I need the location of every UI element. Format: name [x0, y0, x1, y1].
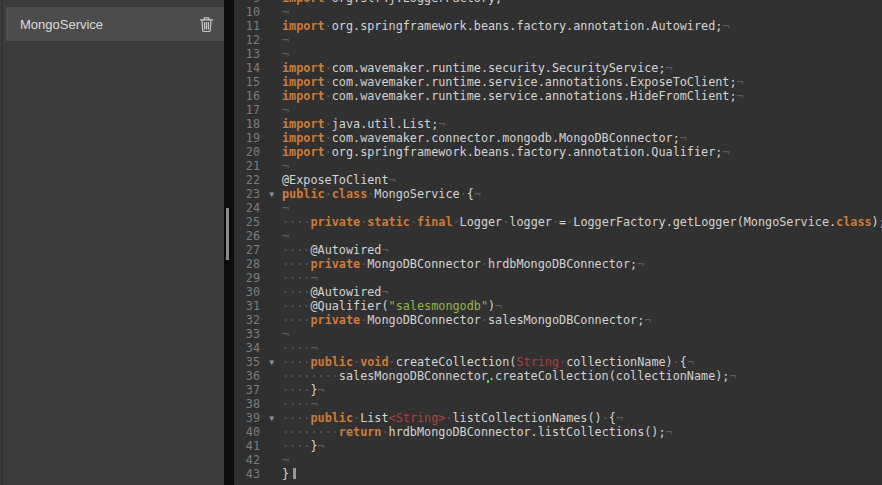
scrollbar-thumb[interactable]: [226, 208, 229, 260]
code-line[interactable]: 32····private·MongoDBConnector·salesMong…: [234, 313, 882, 327]
services-sidebar: MongoService: [0, 0, 224, 485]
line-number: 20: [234, 145, 280, 159]
code-line[interactable]: 34····¬: [234, 341, 882, 355]
code-line[interactable]: 15import·com.wavemaker.runtime.service.a…: [234, 75, 882, 89]
code-text: }: [280, 467, 882, 481]
code-line[interactable]: 40········return·hrdbMongoDBConnector.li…: [234, 425, 882, 439]
code-text: ¬: [280, 5, 882, 19]
code-text: ····}¬: [280, 383, 882, 397]
code-line[interactable]: 29····¬: [234, 271, 882, 285]
code-line[interactable]: 13¬: [234, 47, 882, 61]
line-number: 33: [234, 327, 280, 341]
code-line[interactable]: 22@ExposeToClient¬: [234, 173, 882, 187]
trash-icon[interactable]: [199, 16, 214, 33]
code-editor[interactable]: 9import·org.slf4j.LoggerFactory;¬10¬11im…: [234, 0, 882, 485]
code-lines: 9import·org.slf4j.LoggerFactory;¬10¬11im…: [234, 0, 882, 481]
fold-arrow-icon[interactable]: ▼: [269, 412, 274, 425]
code-text: ········salesMongoDBConnector.createColl…: [280, 369, 882, 383]
fold-arrow-icon[interactable]: ▼: [269, 188, 274, 201]
line-number: 35▼: [234, 355, 280, 369]
line-number: 25: [234, 215, 280, 229]
code-text: ····¬: [280, 397, 882, 411]
line-number: 12: [234, 33, 280, 47]
code-line[interactable]: 33¬: [234, 327, 882, 341]
code-line[interactable]: 18import·java.util.List;¬: [234, 117, 882, 131]
line-number: 43: [234, 467, 280, 481]
eof-marker: [293, 468, 296, 479]
line-number: 27: [234, 243, 280, 257]
code-text: ····private·MongoDBConnector·hrdbMongoDB…: [280, 257, 882, 271]
code-line[interactable]: 25····private·static·final·Logger·logger…: [234, 215, 882, 229]
line-number: 24: [234, 201, 280, 215]
line-number: 21: [234, 159, 280, 173]
code-text: import·com.wavemaker.connector.mongodb.M…: [280, 131, 882, 145]
code-text: ····@Autowired¬: [280, 285, 882, 299]
code-text: ¬: [280, 159, 882, 173]
line-number: 28: [234, 257, 280, 271]
line-number: 22: [234, 173, 280, 187]
sidebar-left-edge: [1, 0, 3, 485]
code-line[interactable]: 16import·com.wavemaker.runtime.service.a…: [234, 89, 882, 103]
line-number: 32: [234, 313, 280, 327]
code-text: import·com.wavemaker.runtime.service.ann…: [280, 75, 882, 89]
fold-arrow-icon[interactable]: ▼: [269, 356, 274, 369]
code-line[interactable]: 41····}¬: [234, 439, 882, 453]
line-number: 11: [234, 19, 280, 33]
code-text: ¬: [280, 229, 882, 243]
code-line[interactable]: 39▼····public·List<String>·listCollectio…: [234, 411, 882, 425]
code-text: ¬: [280, 201, 882, 215]
app-window: MongoService 9import·org.slf4j.LoggerFac…: [0, 0, 882, 485]
code-line[interactable]: 21¬: [234, 159, 882, 173]
code-text: ········return·hrdbMongoDBConnector.list…: [280, 425, 882, 439]
code-text: public·class·MongoService·{¬: [280, 187, 882, 201]
code-text: import·org.springframework.beans.factory…: [280, 19, 882, 33]
line-number: 40: [234, 425, 280, 439]
code-text: ¬: [280, 453, 882, 467]
line-number: 14: [234, 61, 280, 75]
code-line[interactable]: 20import·org.springframework.beans.facto…: [234, 145, 882, 159]
code-line[interactable]: 23▼public·class·MongoService·{¬: [234, 187, 882, 201]
code-line[interactable]: 17¬: [234, 103, 882, 117]
code-line[interactable]: 30····@Autowired¬: [234, 285, 882, 299]
code-text: ····}¬: [280, 439, 882, 453]
code-text: ····private·static·final·Logger·logger·=…: [280, 215, 882, 229]
code-line[interactable]: 35▼····public·void·createCollection(Stri…: [234, 355, 882, 369]
service-list-item[interactable]: MongoService: [6, 7, 224, 41]
code-line[interactable]: 19import·com.wavemaker.connector.mongodb…: [234, 131, 882, 145]
code-line[interactable]: 42¬: [234, 453, 882, 467]
code-line[interactable]: 36········salesMongoDBConnector.createCo…: [234, 369, 882, 383]
code-text: import·org.springframework.beans.factory…: [280, 145, 882, 159]
line-number: 16: [234, 89, 280, 103]
code-line[interactable]: 28····private·MongoDBConnector·hrdbMongo…: [234, 257, 882, 271]
code-line[interactable]: 31····@Qualifier("salesmongodb")¬: [234, 299, 882, 313]
line-number: 30: [234, 285, 280, 299]
code-text: import·com.wavemaker.runtime.service.ann…: [280, 89, 882, 103]
code-text: ····¬: [280, 341, 882, 355]
code-line[interactable]: 10¬: [234, 5, 882, 19]
line-number: 15: [234, 75, 280, 89]
line-number: 31: [234, 299, 280, 313]
line-number: 18: [234, 117, 280, 131]
line-number: 29: [234, 271, 280, 285]
code-line[interactable]: 43}: [234, 467, 882, 481]
code-text: ¬: [280, 103, 882, 117]
code-line[interactable]: 11import·org.springframework.beans.facto…: [234, 19, 882, 33]
code-text: ¬: [280, 327, 882, 341]
code-line[interactable]: 14import·com.wavemaker.runtime.security.…: [234, 61, 882, 75]
code-line[interactable]: 27····@Autowired¬: [234, 243, 882, 257]
code-text: ····public·void·createCollection(String·…: [280, 355, 882, 369]
line-number: 42: [234, 453, 280, 467]
sidebar-scrollbar-track[interactable]: [224, 0, 234, 485]
service-name-label: MongoService: [20, 17, 199, 32]
code-line[interactable]: 38····¬: [234, 397, 882, 411]
code-line[interactable]: 26¬: [234, 229, 882, 243]
code-line[interactable]: 37····}¬: [234, 383, 882, 397]
code-line[interactable]: 24¬: [234, 201, 882, 215]
line-number: 38: [234, 397, 280, 411]
code-line[interactable]: 12¬: [234, 33, 882, 47]
code-text: import·com.wavemaker.runtime.security.Se…: [280, 61, 882, 75]
line-number: 26: [234, 229, 280, 243]
line-number: 13: [234, 47, 280, 61]
line-number: 39▼: [234, 411, 280, 425]
line-number: 23▼: [234, 187, 280, 201]
